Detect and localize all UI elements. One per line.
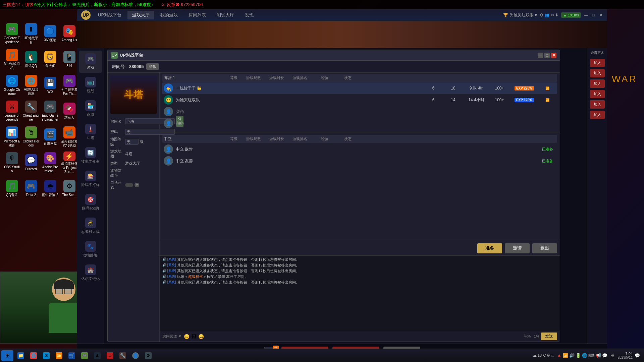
join-btn-5[interactable]: 加入: [590, 100, 605, 109]
sidebar-item-9[interactable]: 🏰 达尔文进化: [79, 262, 102, 284]
sidebar-item-4[interactable]: 🔄 转生才变变: [79, 144, 102, 167]
desktop-icon-0[interactable]: 🎮 GeForce Experience: [3, 21, 21, 46]
join-btn-4[interactable]: 加入: [590, 90, 605, 98]
sidebar-item-5[interactable]: 🎰 游戏不打样: [79, 168, 102, 190]
desktop-icon-13[interactable]: 🔧 Cheat Engine: [22, 99, 40, 124]
tray-icon-4[interactable]: 📢: [596, 353, 601, 358]
desktop-icon-9[interactable]: 🌐 网易UU加速器: [22, 73, 40, 98]
taskbar-app-game2[interactable]: ⚔: [104, 350, 116, 361]
start-button[interactable]: ⊞: [1, 350, 13, 361]
dialog-close[interactable]: ✕: [551, 53, 556, 58]
auto-start-toggle[interactable]: [125, 183, 133, 187]
desktop-icon-label-26: 雨中冒险 2: [42, 193, 58, 197]
close-button[interactable]: ✕: [598, 13, 603, 17]
desktop-icon-25[interactable]: 🎮 Dota 2: [22, 176, 40, 201]
desktop-icon-21[interactable]: 💬 Discord: [22, 150, 40, 175]
ready-button[interactable]: 准备: [477, 243, 502, 253]
sidebar-item-3[interactable]: 🗼 斗塔: [79, 121, 102, 143]
explorer-icon: 📁: [17, 352, 24, 359]
desktop-icon-22[interactable]: 🎨 Adobe Premiere...: [41, 150, 59, 175]
taskbar-app-folder[interactable]: 📂: [53, 350, 65, 361]
taskbar-app-game1[interactable]: 🎮: [78, 350, 91, 361]
desktop-icon-2[interactable]: 🔵 360压缩: [41, 21, 59, 46]
minimize-button[interactable]: —: [584, 13, 588, 17]
desktop-icon-20[interactable]: 🎙 OBS Studio: [3, 150, 21, 175]
taskbar-app-chrome[interactable]: 🌐: [28, 350, 40, 361]
desktop-icon-15[interactable]: 🍫 糖豆人: [60, 99, 78, 124]
maximize-button[interactable]: □: [591, 13, 596, 17]
desktop-icon-11[interactable]: 🎮 为了督王花For Th...: [60, 73, 78, 98]
taskbar-app-store[interactable]: 🛒: [66, 350, 78, 361]
marquee-text: 三国志14：顶级A分兵下计公孙恭：48无伤兵，断粮小，府加成标准，56难度） ⚔…: [3, 2, 203, 8]
desktop-icon-14[interactable]: 🎮 Epic Games Launcher: [41, 99, 59, 124]
desktop-icon-5[interactable]: 🐧 腾讯QQ: [22, 47, 40, 72]
sidebar-item-1[interactable]: 📺 观战: [79, 74, 102, 96]
invite-button[interactable]: 邀请: [505, 243, 530, 253]
join-btn-6[interactable]: 加入: [590, 111, 605, 119]
tray-icon-network[interactable]: 📶: [563, 353, 568, 358]
neutral-row-2[interactable]: 👤 中立 友善 已准备: [162, 155, 557, 167]
join-btn-2[interactable]: 加入: [590, 69, 605, 77]
desktop-icon-27[interactable]: ⚙ The Scr...: [60, 176, 78, 201]
desktop-icon-17[interactable]: 🖱 Clicker Heroes: [22, 124, 40, 149]
emoji-button-2[interactable]: 🖼: [192, 334, 196, 339]
nav-room-list[interactable]: 房间列表: [184, 11, 211, 19]
desktop-icon-10[interactable]: 💾 WD: [41, 73, 59, 98]
desktop-icon-7[interactable]: 📱 314: [60, 47, 78, 72]
player-row-1[interactable]: 🧙 一统皆千干 👑 6 18 9.0小时 100+ EXP 220%: [162, 82, 557, 94]
desktop-icon-img-10: 💾: [44, 77, 56, 89]
taskbar-app-steam[interactable]: ♟: [91, 350, 103, 361]
desktop-icon-8[interactable]: 🌐 Google Chrome: [3, 73, 21, 98]
join-btn-1[interactable]: 加入: [590, 59, 605, 67]
join-btn-3[interactable]: 加入: [590, 79, 605, 88]
notification-icon[interactable]: 💬: [635, 353, 640, 358]
help-icon[interactable]: ?: [135, 183, 139, 187]
desktop-icon-1[interactable]: ⬆ UP对战平台: [22, 21, 40, 46]
taskbar-app-mail[interactable]: ✉: [40, 350, 52, 361]
chat-channel-label[interactable]: 房间频道 ▼: [162, 334, 182, 339]
chat-send-button[interactable]: 发送: [541, 333, 557, 340]
sidebar-item-2[interactable]: 🏪 商城: [79, 98, 102, 120]
emoji-button-3[interactable]: 😄: [198, 334, 204, 339]
nav-discover[interactable]: 发现: [240, 11, 258, 19]
desktop-icon-3[interactable]: 🎭 Among Us: [60, 21, 78, 46]
desktop-icon-19[interactable]: 📹 金丹视频格式转换器: [60, 124, 78, 149]
nav-test-hall[interactable]: 测试大厅: [212, 11, 239, 19]
taskbar-app-game3[interactable]: 🔧: [117, 350, 129, 361]
sidebar-item-6[interactable]: 🎯 数码acg的: [79, 191, 102, 214]
desktop-icon-6[interactable]: 🦁 鲁大师: [41, 47, 59, 72]
quit-button[interactable]: 退出: [532, 243, 557, 253]
desktop-icon-24[interactable]: 🎵 QQ音乐: [3, 176, 21, 201]
tray-icon-1[interactable]: 🔺: [556, 353, 562, 358]
player-row-2[interactable]: 😊 为她哭红双眼 6 14 14.4小时 100+ EXP 120%: [162, 94, 557, 106]
nav-game-hall[interactable]: 游戏大厅: [127, 11, 154, 19]
language-display[interactable]: 英: [609, 352, 616, 359]
chat-input[interactable]: [206, 335, 522, 339]
desktop-icon-4[interactable]: 🎵 MuMu模拟机: [3, 47, 21, 72]
desktop-icon-26[interactable]: 🌧 雨中冒险 2: [41, 176, 59, 201]
tray-icon-5[interactable]: 💬: [602, 353, 607, 358]
desktop-icon-12[interactable]: ⚔ League of Legends: [3, 99, 21, 124]
taskbar-app-avatar[interactable]: 👤: [129, 350, 142, 361]
tray-icon-volume[interactable]: 🔊: [569, 353, 575, 358]
tray-icon-3[interactable]: ⌨: [588, 353, 595, 358]
tray-icon-2[interactable]: 🌐: [582, 353, 587, 358]
level-input[interactable]: [125, 139, 139, 145]
desktop-icon-18[interactable]: 🎬 百度网盘: [41, 124, 59, 149]
sidebar-item-0[interactable]: 🎮 游戏: [79, 51, 102, 73]
nav-my-games[interactable]: 我的游戏: [156, 11, 182, 19]
dialog-maximize[interactable]: □: [544, 53, 550, 58]
desktop-icon-16[interactable]: 📊 Microsoft Edge: [3, 124, 21, 149]
emoji-button-1[interactable]: 😊: [184, 334, 190, 339]
report-button[interactable]: 举报: [146, 63, 159, 70]
nav-up-platform[interactable]: UP对战平台: [93, 11, 126, 19]
neutral-row-1[interactable]: 👤 中立 敌对 已准备: [162, 143, 557, 155]
taskbar-app-misc[interactable]: ⚙: [142, 350, 154, 361]
ping-display: ▲ 191ms: [561, 12, 581, 18]
dialog-minimize[interactable]: —: [538, 53, 543, 58]
desktop-icon-23[interactable]: ⚡ 虚拟零计什么 Project Zero...: [60, 150, 78, 175]
tray-icon-battery[interactable]: 🔋: [576, 353, 581, 358]
sidebar-item-7[interactable]: 🥷 忍者村大战: [79, 215, 102, 237]
sidebar-item-8[interactable]: 🐾 动物部落·: [79, 238, 102, 260]
taskbar-app-explorer[interactable]: 📁: [15, 350, 27, 361]
